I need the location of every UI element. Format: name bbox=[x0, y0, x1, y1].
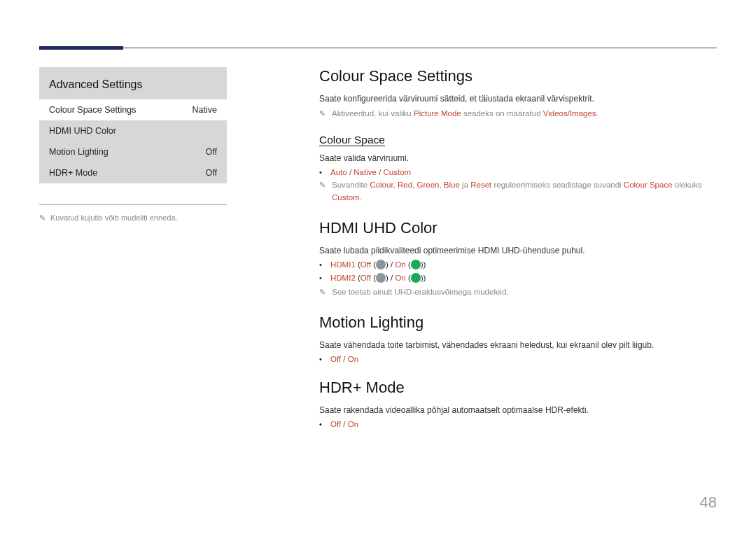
ml-options: • Off / On bbox=[319, 355, 717, 363]
option-text: HDMI1 (Off () / On ()) bbox=[330, 260, 426, 270]
cs-options: • Auto / Native / Custom bbox=[319, 168, 717, 176]
bullet-icon: • bbox=[319, 261, 325, 269]
css-note: ✎ Aktiveeritud, kui valiku Picture Mode … bbox=[319, 108, 717, 120]
pen-icon: ✎ bbox=[319, 179, 326, 204]
heading-hdmi-uhd: HDMI UHD Color bbox=[319, 219, 717, 237]
panel-row-motion-lighting[interactable]: Motion Lighting Off bbox=[39, 141, 227, 162]
row-value: Native bbox=[192, 105, 217, 115]
hdmi-desc: Saate lubada pildikvaliteedi optimeerimi… bbox=[319, 244, 717, 257]
panel-row-hdmi-uhd[interactable]: HDMI UHD Color bbox=[39, 120, 227, 141]
bullet-icon: • bbox=[319, 169, 325, 176]
heading-colour-space: Colour Space bbox=[319, 134, 717, 146]
panel-footnote: ✎ Kuvatud kujutis võib mudeliti erineda. bbox=[39, 213, 227, 223]
css-desc: Saate konfigureerida värviruumi sätteid,… bbox=[319, 92, 717, 105]
row-label: HDR+ Mode bbox=[49, 168, 97, 178]
toggle-on-icon bbox=[411, 260, 421, 269]
pen-icon: ✎ bbox=[319, 108, 326, 120]
row-label: Colour Space Settings bbox=[49, 105, 136, 115]
row-value: Off bbox=[206, 147, 217, 157]
note-text: Aktiveeritud, kui valiku Picture Mode se… bbox=[332, 108, 598, 120]
toggle-off-icon bbox=[376, 273, 386, 283]
pen-icon: ✎ bbox=[319, 286, 326, 298]
settings-panel: Advanced Settings Colour Space Settings … bbox=[39, 67, 227, 183]
bullet-icon: • bbox=[319, 274, 325, 282]
note-text: Suvandite Colour, Red, Green, Blue ja Re… bbox=[332, 179, 717, 204]
options-text: Off / On bbox=[330, 420, 358, 428]
footnote-text: Kuvatud kujutis võib mudeliti erineda. bbox=[50, 213, 178, 222]
hdr-desc: Saate rakendada videoallika põhjal autom… bbox=[319, 404, 717, 416]
hdr-options: • Off / On bbox=[319, 420, 717, 428]
row-value: Off bbox=[206, 168, 217, 178]
bullet-icon: • bbox=[319, 421, 325, 428]
panel-row-colour-space[interactable]: Colour Space Settings Native bbox=[39, 99, 227, 120]
heading-colour-space-settings: Colour Space Settings bbox=[319, 67, 717, 85]
heading-motion-lighting: Motion Lighting bbox=[319, 314, 717, 332]
bullet-icon: • bbox=[319, 356, 325, 363]
row-label: Motion Lighting bbox=[49, 147, 108, 157]
ml-desc: Saate vähendada toite tarbimist, vähenda… bbox=[319, 339, 717, 351]
left-column: Advanced Settings Colour Space Settings … bbox=[39, 67, 227, 428]
header-rule bbox=[39, 48, 717, 48]
footnote-rule bbox=[39, 204, 227, 205]
row-label: HDMI UHD Color bbox=[49, 126, 116, 136]
option-text: HDMI2 (Off () / On ()) bbox=[330, 274, 426, 283]
page-number: 48 bbox=[700, 493, 717, 512]
note-text: See toetab ainult UHD-eraldusvõimega mud… bbox=[332, 286, 509, 298]
hdmi-note: ✎ See toetab ainult UHD-eraldusvõimega m… bbox=[319, 286, 717, 298]
toggle-on-icon bbox=[411, 273, 421, 283]
hdmi2-option: • HDMI2 (Off () / On ()) bbox=[319, 274, 717, 283]
panel-row-hdr-mode[interactable]: HDR+ Mode Off bbox=[39, 162, 227, 183]
options-text: Off / On bbox=[330, 355, 358, 363]
cs-desc: Saate valida värviruumi. bbox=[319, 152, 717, 164]
header-accent bbox=[39, 46, 123, 50]
hdmi1-option: • HDMI1 (Off () / On ()) bbox=[319, 260, 717, 270]
heading-hdr-mode: HDR+ Mode bbox=[319, 379, 717, 397]
cs-note: ✎ Suvandite Colour, Red, Green, Blue ja … bbox=[319, 179, 717, 204]
right-column: Colour Space Settings Saate konfigureeri… bbox=[319, 67, 717, 428]
page-content: Advanced Settings Colour Space Settings … bbox=[0, 0, 756, 428]
toggle-off-icon bbox=[376, 260, 386, 269]
pen-icon: ✎ bbox=[39, 213, 46, 223]
options-text: Auto / Native / Custom bbox=[330, 168, 411, 176]
panel-title: Advanced Settings bbox=[39, 67, 227, 99]
